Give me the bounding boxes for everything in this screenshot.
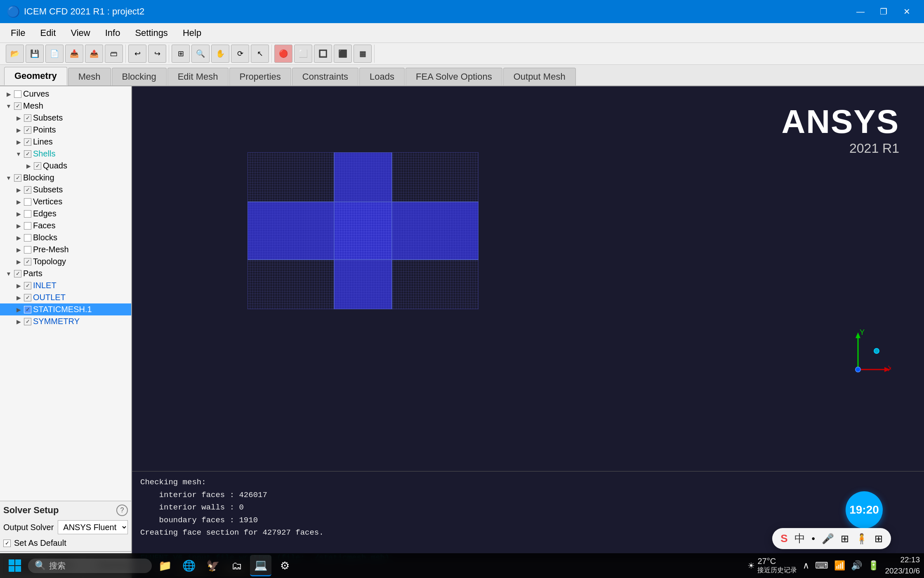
tree-checkbox-blocking-premesh[interactable]: [24, 246, 31, 253]
taskbar-battery-icon[interactable]: 🔋: [866, 559, 881, 573]
tree-toggle-quads[interactable]: ▶: [25, 162, 32, 170]
taskbar-volume-icon[interactable]: 🔊: [849, 559, 864, 573]
set-default-checkbox[interactable]: [3, 540, 11, 547]
taskbar-network-icon[interactable]: 📶: [832, 559, 847, 573]
tree-item-blocking-topology[interactable]: ▶ Topology: [0, 256, 131, 268]
tree-item-blocking-subsets[interactable]: ▶ Subsets: [0, 184, 131, 196]
taskbar-app-icem[interactable]: 💻: [250, 555, 271, 576]
tree-toggle-blocking-edges[interactable]: ▶: [15, 210, 22, 218]
toolbar-zoom-fit[interactable]: ⊞: [172, 45, 190, 63]
tree-item-mesh-subsets[interactable]: ▶ Subsets: [0, 112, 131, 124]
toolbar-import[interactable]: 📥: [65, 45, 83, 63]
toolbar-rotate[interactable]: ⟳: [231, 45, 249, 63]
toolbar-mesh1[interactable]: 🔴: [274, 45, 292, 63]
toolbar-new[interactable]: 📄: [45, 45, 64, 63]
tree-item-staticmesh[interactable]: ▶ STATICMESH.1: [0, 303, 131, 315]
toolbar-export[interactable]: 📤: [85, 45, 103, 63]
tree-toggle-blocking[interactable]: ▼: [5, 174, 12, 182]
help-icon[interactable]: ?: [116, 505, 128, 516]
tab-edit-mesh[interactable]: Edit Mesh: [167, 68, 229, 85]
tree-checkbox-staticmesh[interactable]: [24, 306, 31, 313]
menu-settings[interactable]: Settings: [128, 25, 174, 41]
minimize-button[interactable]: —: [850, 0, 871, 23]
tree-checkbox-blocking-faces[interactable]: [24, 222, 31, 230]
menu-help[interactable]: Help: [176, 25, 208, 41]
im-chinese[interactable]: 中: [794, 531, 805, 546]
tab-loads[interactable]: Loads: [359, 68, 405, 85]
tree-checkbox-mesh-shells[interactable]: [24, 150, 31, 158]
toolbar-open[interactable]: 📂: [6, 45, 24, 63]
tree-item-mesh-points[interactable]: ▶ Points: [0, 124, 131, 136]
tree-toggle-mesh-points[interactable]: ▶: [15, 126, 22, 134]
im-grid[interactable]: ⊞: [841, 533, 849, 545]
tree-item-blocking[interactable]: ▼ Blocking: [0, 172, 131, 184]
toolbar-redo[interactable]: ↪: [148, 45, 166, 63]
tree-toggle-mesh-shells[interactable]: ▼: [15, 150, 22, 158]
tab-output-mesh[interactable]: Output Mesh: [503, 68, 576, 85]
tree-checkbox-curves[interactable]: [14, 90, 21, 98]
taskbar-chevron-icon[interactable]: ∧: [801, 559, 811, 573]
toolbar-mesh4[interactable]: ⬛: [334, 45, 352, 63]
menu-edit[interactable]: Edit: [33, 25, 62, 41]
toolbar-mesh5[interactable]: ▦: [354, 45, 372, 63]
tree-item-mesh-shells-quads[interactable]: ▶ Quads: [0, 160, 131, 172]
im-emoji[interactable]: ⊞: [874, 533, 883, 545]
taskbar-app-files[interactable]: 📁: [154, 555, 176, 576]
taskbar-app-browser2[interactable]: 🦅: [202, 555, 224, 576]
tree-item-mesh-shells[interactable]: ▼ Shells: [0, 148, 131, 160]
tree-toggle-mesh-subsets[interactable]: ▶: [15, 114, 22, 122]
taskbar-app-folder[interactable]: 🗂: [226, 555, 248, 576]
tree-checkbox-blocking-subsets[interactable]: [24, 186, 31, 194]
tree-item-blocking-blocks[interactable]: ▶ Blocks: [0, 232, 131, 244]
tab-fea[interactable]: FEA Solve Options: [405, 68, 502, 85]
tree-item-mesh[interactable]: ▼ Mesh: [0, 100, 131, 112]
tree-item-outlet[interactable]: ▶ OUTLET: [0, 291, 131, 303]
tree-checkbox-blocking-vertices[interactable]: [24, 198, 31, 206]
tab-geometry[interactable]: Geometry: [4, 67, 67, 85]
toolbar-select[interactable]: ↖: [251, 45, 269, 63]
tree-checkbox-quads[interactable]: [34, 162, 41, 170]
tree-checkbox-mesh-points[interactable]: [24, 126, 31, 134]
toolbar-save[interactable]: 💾: [26, 45, 44, 63]
taskbar-search[interactable]: 🔍 搜索: [28, 559, 152, 573]
output-solver-select[interactable]: ANSYS Fluent CFX Other: [58, 520, 128, 534]
toolbar-extra1[interactable]: 🗃: [105, 45, 123, 63]
im-dot[interactable]: •: [812, 533, 815, 545]
menu-file[interactable]: File: [4, 25, 32, 41]
tree-item-inlet[interactable]: ▶ INLET: [0, 280, 131, 291]
tab-blocking[interactable]: Blocking: [112, 68, 167, 85]
tree-toggle-blocking-faces[interactable]: ▶: [15, 222, 22, 230]
tree-toggle-blocking-topology[interactable]: ▶: [15, 258, 22, 265]
taskbar-clock[interactable]: 22:13 2023/10/6: [885, 554, 920, 576]
tree-checkbox-blocking[interactable]: [14, 174, 21, 182]
tree-checkbox-mesh-lines[interactable]: [24, 138, 31, 146]
close-button[interactable]: ✕: [896, 0, 917, 23]
tree-toggle-blocking-vertices[interactable]: ▶: [15, 198, 22, 206]
toolbar-mesh2[interactable]: ⬜: [294, 45, 312, 63]
tree-area[interactable]: ▶ Curves ▼ Mesh ▶ Subsets ▶: [0, 86, 131, 501]
tree-toggle-blocking-blocks[interactable]: ▶: [15, 234, 22, 242]
taskbar-app-settings[interactable]: ⚙: [274, 555, 295, 576]
tab-mesh[interactable]: Mesh: [68, 68, 111, 85]
tab-properties[interactable]: Properties: [229, 68, 291, 85]
tree-checkbox-blocking-blocks[interactable]: [24, 234, 31, 242]
tree-checkbox-blocking-topology[interactable]: [24, 258, 31, 265]
tree-item-blocking-faces[interactable]: ▶ Faces: [0, 220, 131, 232]
menu-view[interactable]: View: [64, 25, 97, 41]
tree-item-mesh-lines[interactable]: ▶ Lines: [0, 136, 131, 148]
menu-info[interactable]: Info: [99, 25, 127, 41]
toolbar-mesh3[interactable]: 🔲: [314, 45, 332, 63]
tree-toggle-curves[interactable]: ▶: [5, 90, 12, 98]
taskbar-start-button[interactable]: [4, 555, 26, 576]
tree-toggle-blocking-premesh[interactable]: ▶: [15, 246, 22, 253]
tree-toggle-inlet[interactable]: ▶: [15, 282, 22, 289]
tree-toggle-blocking-subsets[interactable]: ▶: [15, 186, 22, 194]
tree-item-blocking-edges[interactable]: ▶ Edges: [0, 208, 131, 220]
tree-item-blocking-vertices[interactable]: ▶ Vertices: [0, 196, 131, 208]
tree-toggle-mesh-lines[interactable]: ▶: [15, 138, 22, 146]
tab-constraints[interactable]: Constraints: [292, 68, 358, 85]
tree-toggle-symmetry[interactable]: ▶: [15, 318, 22, 325]
tree-checkbox-blocking-edges[interactable]: [24, 210, 31, 218]
tree-item-symmetry[interactable]: ▶ SYMMETRY: [0, 315, 131, 327]
tree-item-curves[interactable]: ▶ Curves: [0, 88, 131, 100]
